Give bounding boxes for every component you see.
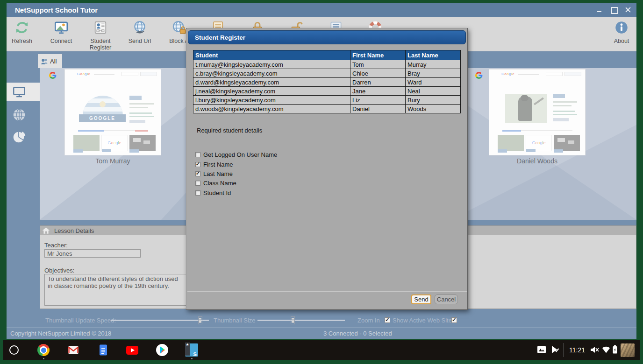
window-titlebar[interactable]: NetSupport School Tutor (7, 3, 636, 17)
checkbox-box[interactable] (195, 152, 200, 157)
checkbox-get-logged-on-user-name[interactable]: Get Logged On User Name (195, 151, 277, 158)
cell-last-name: Bray (406, 69, 461, 78)
info-icon (614, 20, 629, 35)
student-name-caption: Daniel Woods (489, 157, 586, 165)
students-group-icon (40, 58, 48, 65)
student-register-button[interactable]: Student Register (81, 19, 120, 51)
netsupport-app-icon[interactable] (185, 343, 198, 357)
cell-last-name: Woods (406, 105, 461, 113)
objectives-textarea[interactable]: To understand the different styles of di… (44, 274, 186, 306)
image-icon[interactable] (537, 346, 546, 353)
running-indicator (191, 358, 193, 359)
thumbnail-speed-slider[interactable] (111, 320, 209, 321)
chrome-icon[interactable] (37, 344, 50, 356)
cell-first-name: Daniel (350, 105, 406, 113)
zoom-in-checkbox[interactable] (385, 317, 390, 323)
connect-button[interactable]: Connect (42, 19, 81, 44)
dialog-separator (187, 291, 467, 291)
google-docs-icon[interactable] (97, 344, 109, 356)
minimize-icon[interactable] (596, 6, 604, 14)
checkbox-box[interactable] (195, 162, 200, 167)
student-table: Student First Name Last Name t.murray@ki… (193, 50, 461, 113)
thumbnail-size-slider[interactable] (257, 320, 345, 321)
globe-view-icon (12, 107, 27, 122)
table-row[interactable]: d.ward@kingsleyacademy.com Darren Ward (193, 78, 461, 87)
youtube-icon[interactable] (126, 346, 138, 355)
checkbox-last-name[interactable]: Last Name (195, 170, 233, 177)
clock[interactable]: 11:21 (569, 346, 585, 354)
tab-all[interactable]: All (38, 54, 62, 68)
tray-separator (563, 343, 564, 357)
cell-student: j.neal@kingsleyacademy.com (193, 87, 350, 96)
globe-lock-icon (171, 20, 187, 35)
sidebar-item-monitor[interactable] (12, 85, 27, 100)
lesson-details-title: Lesson Details (54, 227, 94, 234)
about-label: About (602, 38, 641, 44)
avatar[interactable] (621, 343, 635, 357)
battery-charging-icon[interactable] (613, 345, 617, 354)
sidebar-item-web[interactable] (12, 107, 27, 122)
checkbox-box[interactable] (195, 171, 200, 176)
netsupport-window: NetSupport School Tutor Refresh (7, 3, 636, 339)
dialog-title: Student Register (195, 34, 245, 41)
refresh-button[interactable]: Refresh (2, 19, 42, 44)
student-register-dialog: Student Register Student First Name Last… (186, 28, 468, 310)
window-title: NetSupport School Tutor (15, 6, 98, 14)
pie-chart-icon (12, 130, 27, 145)
table-header-row: Student First Name Last Name (193, 50, 461, 60)
screen-thumbnail: Google GOOGLE (64, 69, 161, 155)
cell-student: d.woods@kingsleyacademy.com (193, 105, 350, 113)
checkbox-box[interactable] (195, 190, 200, 196)
checkbox-label: Last Name (203, 170, 233, 177)
zoom-in-label: Zoom In (357, 317, 380, 324)
cell-last-name: Ward (406, 78, 461, 87)
cancel-button[interactable]: Cancel (435, 294, 458, 304)
sidebar-item-chart[interactable] (12, 130, 27, 145)
send-button[interactable]: Send (411, 294, 431, 304)
play-check-icon[interactable] (551, 345, 559, 354)
send-url-label: Send Url (120, 38, 159, 44)
cell-first-name: Liz (350, 96, 406, 105)
cell-student: c.bray@kingsleyacademy.com (193, 69, 350, 78)
send-url-button[interactable]: Send Url (120, 19, 159, 44)
show-active-web-site-checkbox[interactable] (451, 317, 457, 323)
checkbox-student-id[interactable]: Student Id (195, 189, 231, 196)
table-row[interactable]: c.bray@kingsleyacademy.com Chloe Bray (193, 69, 461, 78)
cell-student: l.bury@kingsleyacademy.com (193, 96, 350, 105)
maximize-icon[interactable] (610, 6, 618, 14)
teacher-input[interactable] (44, 249, 141, 258)
close-icon[interactable] (624, 6, 632, 14)
cell-first-name: Darren (350, 78, 406, 87)
slider-thumb[interactable] (291, 316, 295, 324)
wifi-icon[interactable] (602, 346, 610, 353)
id-card-icon (93, 20, 108, 35)
cell-first-name: Tom (350, 60, 406, 69)
required-details-label: Required student details (197, 127, 262, 134)
about-button[interactable]: About (602, 19, 641, 44)
student-thumbnail-tom[interactable]: Google GOOGLE (64, 69, 161, 165)
table-row[interactable]: j.neal@kingsleyacademy.com Jane Neal (193, 87, 461, 96)
student-name-caption: Tom Murray (64, 157, 161, 165)
student-thumbnail-daniel[interactable]: Google (489, 69, 586, 165)
table-row[interactable]: l.bury@kingsleyacademy.com Liz Bury (193, 96, 461, 105)
checkbox-box[interactable] (195, 181, 200, 186)
slider-thumb[interactable] (198, 316, 202, 324)
globe-hand-icon (132, 20, 148, 35)
table-row[interactable]: d.woods@kingsleyacademy.com Daniel Woods (193, 105, 461, 113)
volume-muted-icon[interactable] (590, 345, 600, 354)
play-store-icon[interactable] (156, 344, 168, 356)
table-row[interactable]: t.murray@kingsleyacademy.com Tom Murray (193, 60, 461, 69)
dialog-titlebar[interactable]: Student Register (188, 30, 466, 44)
cell-first-name: Jane (350, 87, 406, 96)
gmail-icon[interactable] (67, 344, 79, 356)
teacher-label: Teacher: (44, 242, 68, 249)
thumbnail-speed-label: Thumbnail Update Speed: (45, 317, 116, 324)
checkbox-class-name[interactable]: Class Name (195, 180, 236, 187)
cell-last-name: Neal (406, 87, 461, 96)
checkbox-label: Class Name (203, 180, 236, 187)
checkbox-label: Student Id (203, 189, 231, 196)
google-favicon (49, 71, 57, 79)
checkbox-first-name[interactable]: First Name (195, 161, 233, 168)
launcher-icon[interactable] (9, 345, 19, 355)
show-active-web-site-label: Show Active Web Site (393, 317, 452, 324)
